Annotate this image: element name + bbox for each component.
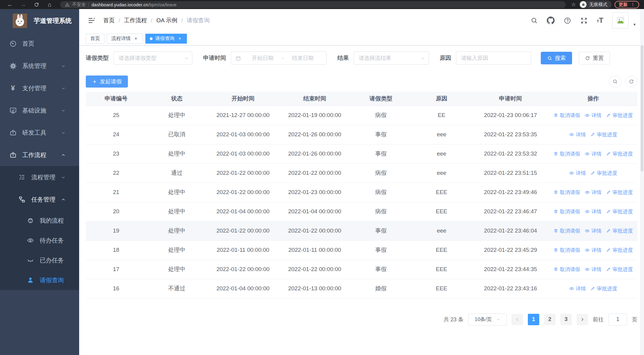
sidebar-item-label: 基础设施 — [22, 106, 59, 115]
cancel-leave-link[interactable]: 取消请假 — [553, 112, 580, 119]
cancel-leave-link[interactable]: 取消请假 — [553, 227, 580, 234]
sidebar-item-process-management[interactable]: 流程管理 — [0, 166, 79, 188]
table-row: 23处理中2022-01-03 00:00:002022-01-26 00:00… — [86, 144, 637, 163]
sidebar-item-my-process[interactable]: 我的流程 — [0, 211, 79, 230]
leave-type-select[interactable]: 请选择请假类型 — [113, 51, 192, 65]
detail-link[interactable]: 详情 — [569, 170, 586, 177]
fullscreen-icon[interactable] — [580, 17, 588, 24]
font-size-icon[interactable]: тT — [597, 16, 603, 25]
close-icon[interactable]: × — [177, 36, 182, 41]
goto-page-input[interactable] — [608, 313, 627, 326]
browser-menu-dots-icon[interactable] — [631, 2, 635, 7]
page-button-2[interactable]: 2 — [544, 314, 556, 325]
show-search-toggle-button[interactable] — [609, 76, 621, 88]
approval-progress-link[interactable]: 审批进度 — [606, 112, 633, 119]
tab-home[interactable]: 首页 — [86, 34, 104, 44]
detail-link[interactable]: 详情 — [585, 227, 602, 234]
approval-progress-link[interactable]: 审批进度 — [606, 150, 633, 157]
breadcrumb-item[interactable]: OA 示例 — [156, 17, 178, 24]
sidebar-item-workflow[interactable]: 工作流程 — [0, 144, 79, 166]
tab-process-detail[interactable]: 流程详情 × — [107, 34, 143, 44]
cancel-leave-link[interactable]: 取消请假 — [553, 208, 580, 215]
trash-icon — [553, 113, 558, 118]
sidebar-item-devtools[interactable]: 研发工具 — [0, 122, 79, 144]
page-button-1[interactable]: 1 — [528, 314, 539, 325]
breadcrumb-item[interactable]: 工作流程 — [124, 17, 147, 24]
detail-link[interactable]: 详情 — [585, 189, 602, 196]
scrollbar-thumb[interactable] — [641, 45, 643, 171]
approval-progress-link[interactable]: 审批进度 — [590, 131, 617, 138]
breadcrumb-item-current: 请假查询 — [187, 17, 210, 24]
cell-type: 病假 — [351, 183, 411, 202]
next-page-button[interactable] — [577, 314, 588, 325]
bookmark-star-icon[interactable]: ☆ — [571, 1, 576, 8]
close-icon[interactable]: × — [133, 36, 138, 41]
tab-leave-query[interactable]: 请假查询 × — [145, 34, 187, 44]
sidebar-item-infrastructure[interactable]: 基础设施 — [0, 99, 79, 122]
approval-progress-link[interactable]: 审批进度 — [606, 227, 633, 234]
eye-icon — [569, 171, 574, 176]
pen-icon — [590, 171, 595, 175]
cancel-leave-link[interactable]: 取消请假 — [553, 247, 580, 254]
sidebar-item-home[interactable]: 首页 — [0, 32, 79, 55]
sidebar-item-payment[interactable]: ¥ 支付管理 — [0, 77, 79, 99]
detail-link[interactable]: 详情 — [585, 266, 602, 273]
sidebar-item-done-tasks[interactable]: 已办任务 — [0, 250, 79, 270]
yen-icon: ¥ — [9, 84, 17, 92]
sidebar-fold-icon[interactable] — [88, 17, 95, 24]
help-question-icon[interactable] — [564, 17, 571, 24]
create-leave-button[interactable]: 发起请假 — [86, 76, 128, 88]
detail-link[interactable]: 详情 — [569, 285, 586, 292]
browser-back-icon[interactable]: ← — [5, 1, 15, 8]
detail-link[interactable]: 详情 — [585, 247, 602, 254]
cancel-leave-link[interactable]: 取消请假 — [553, 189, 580, 196]
browser-home-icon[interactable]: ⌂ — [45, 1, 55, 8]
col-header: 开始时间 — [207, 92, 279, 106]
avatar-caret-down-icon[interactable]: ▾ — [633, 22, 636, 27]
reset-button[interactable]: 重置 — [579, 52, 610, 64]
address-bar[interactable]: 不安全 dashboard.yudao.iocoder.cn/bpm/oa/le… — [60, 1, 566, 8]
browser-reload-icon[interactable] — [31, 1, 42, 8]
page-button-3[interactable]: 3 — [560, 314, 572, 325]
approval-progress-link[interactable]: 审批进度 — [606, 247, 633, 254]
breadcrumb-item[interactable]: 首页 — [103, 17, 115, 24]
sidebar-item-leave-query[interactable]: 请假查询 — [0, 270, 79, 290]
github-icon[interactable] — [547, 17, 555, 24]
cancel-leave-link[interactable]: 取消请假 — [553, 266, 580, 273]
header-search-icon[interactable] — [531, 17, 538, 24]
sidebar-item-label: 研发工具 — [22, 129, 59, 137]
browser-update-button[interactable]: 更新 — [615, 1, 639, 8]
avatar[interactable] — [612, 12, 629, 29]
refresh-table-button[interactable] — [625, 76, 637, 88]
search-button[interactable]: 搜索 — [541, 52, 572, 64]
cell-start: 2021-12-27 00:00:00 — [207, 106, 279, 125]
top-navbar: 首页 / 工作流程 / OA 示例 / 请假查询 — [79, 9, 644, 32]
detail-link[interactable]: 详情 — [585, 150, 602, 157]
prev-page-button[interactable] — [512, 314, 523, 325]
detail-link[interactable]: 详情 — [585, 208, 602, 215]
detail-link[interactable]: 详情 — [569, 131, 586, 138]
sidebar-item-task-management[interactable]: 任务管理 — [0, 188, 79, 211]
apply-time-range-picker[interactable]: 开始日期 - 结束日期 — [231, 51, 327, 65]
approval-progress-link[interactable]: 审批进度 — [590, 285, 617, 292]
sidebar-item-todo-tasks[interactable]: 待办任务 — [0, 230, 79, 250]
face-icon — [26, 217, 34, 224]
approval-progress-link[interactable]: 审批进度 — [606, 208, 633, 215]
cell-applied: 2022-01-22 23:46:47 — [472, 202, 549, 221]
table-row: 18处理中2022-01-11 00:00:002022-01-11 00:00… — [86, 240, 637, 260]
approval-progress-link[interactable]: 审批进度 — [606, 189, 633, 196]
result-select[interactable]: 请选择流结果 — [354, 51, 429, 65]
approval-progress-link[interactable]: 审批进度 — [590, 170, 617, 177]
detail-link[interactable]: 详情 — [585, 112, 602, 119]
browser-scrollbar[interactable] — [640, 9, 644, 355]
goto-label: 前往 — [593, 316, 604, 323]
approval-progress-link[interactable]: 审批进度 — [606, 266, 633, 273]
cancel-leave-link[interactable]: 取消请假 — [553, 150, 580, 157]
select-placeholder: 请选择流结果 — [359, 54, 391, 62]
not-secure-label: 不安全 — [72, 2, 86, 8]
browser-forward-icon[interactable]: → — [18, 1, 28, 8]
cell-id: 25 — [86, 106, 147, 125]
reason-input[interactable] — [456, 51, 531, 65]
sidebar-item-system[interactable]: 系统管理 — [0, 55, 79, 77]
page-size-select[interactable]: 10条/页 — [468, 313, 507, 326]
